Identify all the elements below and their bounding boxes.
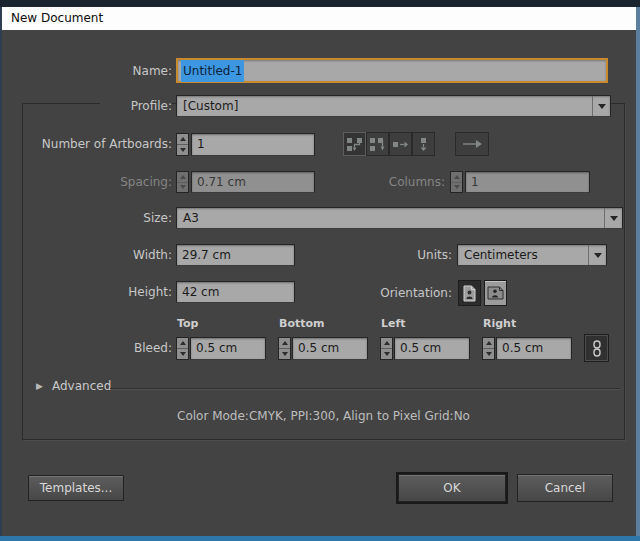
artboards-label: Number of Artboards: xyxy=(22,133,172,156)
stepper-down-icon xyxy=(451,183,462,193)
cancel-button[interactable]: Cancel xyxy=(517,474,613,502)
units-select[interactable]: Centimeters xyxy=(457,244,607,266)
bleed-right-label: Right xyxy=(483,317,516,330)
chevron-down-icon xyxy=(592,96,610,116)
artboards-input[interactable]: 1 xyxy=(191,133,315,156)
chevron-down-icon xyxy=(604,208,622,228)
right-arrow-icon xyxy=(461,138,483,150)
orientation-portrait-button[interactable] xyxy=(458,280,481,306)
width-input[interactable]: 29.7 cm xyxy=(176,244,295,266)
arrange-by-row-button[interactable] xyxy=(389,132,412,156)
grid-by-row-icon xyxy=(346,137,363,152)
orientation-landscape-button[interactable] xyxy=(484,280,507,306)
chevron-down-icon xyxy=(588,245,606,265)
bleed-left-input[interactable]: 0.5 cm xyxy=(394,337,470,360)
bleed-right-stepper[interactable] xyxy=(482,337,495,360)
bleed-label: Bleed: xyxy=(112,337,172,360)
bleed-top-label: Top xyxy=(177,317,198,330)
bleed-bottom-label: Bottom xyxy=(279,317,324,330)
advanced-disclosure-icon[interactable]: ▶ xyxy=(36,381,43,391)
columns-input: 1 xyxy=(465,171,590,193)
stepper-up-icon xyxy=(451,172,462,183)
advanced-divider xyxy=(110,388,620,389)
bleed-top-stepper[interactable] xyxy=(176,337,189,360)
stepper-down-icon[interactable] xyxy=(177,145,188,155)
document-summary: Color Mode:CMYK, PPI:300, Align to Pixel… xyxy=(22,409,625,423)
size-select[interactable]: A3 xyxy=(176,207,623,229)
arrange-by-column-icon xyxy=(417,137,430,152)
bleed-link-button[interactable] xyxy=(584,334,609,362)
arrange-by-column-button[interactable] xyxy=(412,132,435,156)
columns-label: Columns: xyxy=(385,171,445,193)
name-value-selected: Untitled-1 xyxy=(181,60,244,82)
window-border-right xyxy=(636,7,640,541)
chain-link-icon xyxy=(592,340,602,357)
ok-button[interactable]: OK xyxy=(398,474,506,502)
bleed-left-label: Left xyxy=(381,317,406,330)
bleed-bottom-input[interactable]: 0.5 cm xyxy=(292,337,368,360)
window-border-bottom xyxy=(0,536,640,541)
stepper-down-icon[interactable] xyxy=(381,349,392,359)
spacing-input: 0.71 cm xyxy=(191,171,315,193)
stepper-down-icon[interactable] xyxy=(177,349,188,359)
layout-direction-button[interactable] xyxy=(455,132,489,156)
advanced-toggle[interactable]: Advanced xyxy=(52,379,111,393)
stepper-up-icon xyxy=(177,172,188,183)
spacing-stepper xyxy=(176,171,189,193)
window-border-top xyxy=(0,0,640,7)
grid-by-column-icon xyxy=(369,137,386,152)
artboards-stepper[interactable] xyxy=(176,133,189,156)
size-value: A3 xyxy=(177,211,604,225)
profile-value: [Custom] xyxy=(177,99,592,113)
bleed-bottom-stepper[interactable] xyxy=(278,337,291,360)
size-label: Size: xyxy=(112,207,172,229)
arrange-by-row-icon xyxy=(392,138,409,151)
width-label: Width: xyxy=(112,244,172,266)
height-input[interactable]: 42 cm xyxy=(176,281,295,303)
spacing-label: Spacing: xyxy=(72,171,172,193)
bleed-right-input[interactable]: 0.5 cm xyxy=(496,337,572,360)
stepper-down-icon xyxy=(177,183,188,193)
dialog-titlebar: New Document xyxy=(2,7,636,30)
dialog-title: New Document xyxy=(11,11,103,25)
stepper-up-icon[interactable] xyxy=(483,338,494,349)
stepper-down-icon[interactable] xyxy=(279,349,290,359)
name-label: Name: xyxy=(60,59,172,83)
profile-select[interactable]: [Custom] xyxy=(176,95,611,117)
stepper-up-icon[interactable] xyxy=(279,338,290,349)
units-label: Units: xyxy=(402,244,452,266)
landscape-page-icon xyxy=(487,286,504,300)
stepper-down-icon[interactable] xyxy=(483,349,494,359)
name-input[interactable]: Untitled-1 xyxy=(176,58,608,83)
profile-label: Profile: xyxy=(100,95,172,117)
portrait-page-icon xyxy=(463,285,476,302)
bleed-top-input[interactable]: 0.5 cm xyxy=(190,337,266,360)
stepper-up-icon[interactable] xyxy=(177,134,188,145)
stepper-up-icon[interactable] xyxy=(381,338,392,349)
new-document-dialog: New Document Name: Untitled-1 Profile: [… xyxy=(0,0,640,541)
templates-button[interactable]: Templates... xyxy=(28,475,124,501)
columns-stepper xyxy=(450,171,463,193)
height-label: Height: xyxy=(102,281,172,303)
stepper-up-icon[interactable] xyxy=(177,338,188,349)
bleed-left-stepper[interactable] xyxy=(380,337,393,360)
orientation-label: Orientation: xyxy=(372,281,452,305)
grid-by-row-button[interactable] xyxy=(343,132,366,156)
grid-by-column-button[interactable] xyxy=(366,132,389,156)
units-value: Centimeters xyxy=(458,248,588,262)
